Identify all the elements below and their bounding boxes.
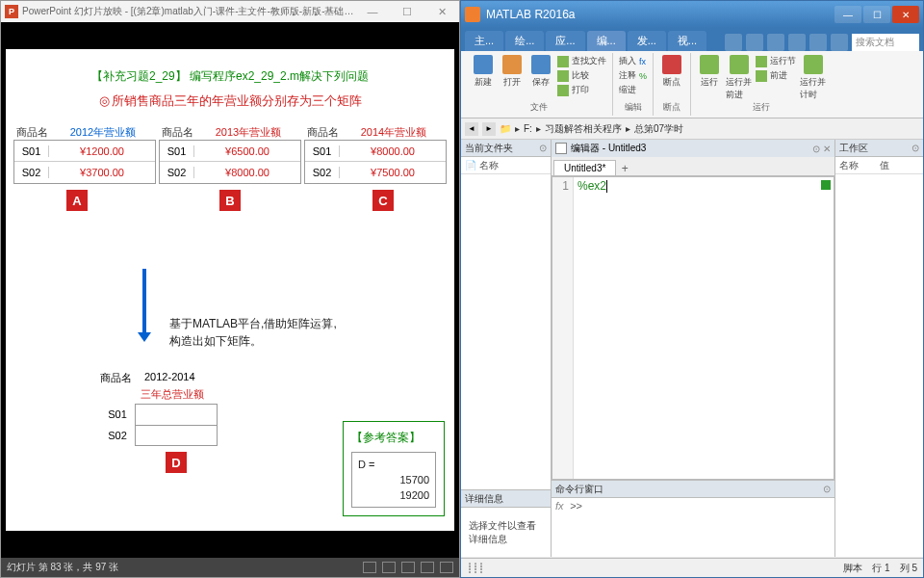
save-icon (531, 55, 551, 74)
tab-editor[interactable]: 编... (587, 31, 626, 51)
slide-counter: 幻灯片 第 83 张，共 97 张 (7, 561, 118, 574)
run-button[interactable]: 运行 (697, 55, 722, 89)
view-normal-icon[interactable] (382, 562, 396, 573)
quick-save-icon[interactable] (725, 34, 742, 51)
indent-button[interactable]: 缩进 (619, 84, 647, 96)
matrix-c: C (372, 190, 394, 211)
tab-publish[interactable]: 发... (628, 31, 666, 51)
new-tab-button[interactable]: + (616, 162, 633, 175)
answer-box: 【参考答案】 D = 15700 19200 (343, 421, 445, 516)
breakpoint-button[interactable]: 断点 (659, 55, 684, 89)
minimize-button[interactable]: — (834, 6, 861, 23)
findfiles-button[interactable]: 查找文件 (557, 55, 606, 67)
command-window-panel: 命令行窗口⊙ fx >> (552, 480, 834, 557)
open-icon (502, 55, 522, 74)
quick-help-icon[interactable] (831, 34, 848, 51)
workspace-list[interactable] (835, 174, 923, 557)
runtime-icon (804, 55, 823, 74)
slide-subheader: 所销售商品三年的年营业额分别存为三个矩阵 (13, 92, 447, 110)
compare-button[interactable]: 比较 (557, 69, 606, 82)
matlab-window: MATLAB R2016a — ☐ ✕ 主... 绘... 应... 编... … (460, 0, 924, 578)
tables-row: 商品名2012年营业额 S01¥1200.00 S02¥3700.00 商品名2… (13, 125, 447, 184)
ribbon-toolbar: 新建 打开 保存 查找文件 比较 打印 文件 插入 fx 注释 % 缩进 编辑 (461, 51, 923, 118)
run-icon (700, 55, 719, 74)
table-2013: 商品名2013年营业额 S01¥6500.00 S02¥8000.00 (159, 125, 301, 184)
workspace-panel: 工作区⊙ 名称值 (834, 140, 923, 557)
tab-apps[interactable]: 应... (546, 31, 584, 51)
run-advance-button[interactable]: 运行并 前进 (726, 55, 752, 101)
folder-list[interactable] (461, 174, 551, 489)
slide-content: 【补充习题2_29】 编写程序ex2_29_2.m解决下列问题 所销售商品三年的… (6, 49, 454, 531)
slide-area[interactable]: 【补充习题2_29】 编写程序ex2_29_2.m解决下列问题 所销售商品三年的… (1, 22, 459, 558)
slide-instruction: 基于MATLAB平台,借助矩阵运算, 构造出如下矩阵。 (169, 315, 337, 350)
notes-icon[interactable] (363, 562, 376, 573)
tab-plots[interactable]: 绘... (505, 31, 544, 51)
new-button[interactable]: 新建 (471, 55, 496, 89)
compare-icon (557, 70, 569, 82)
panel-menu-icon[interactable]: ⊙ (911, 143, 919, 153)
slide-header: 【补充习题2_29】 编写程序ex2_29_2.m解决下列问题 (13, 68, 447, 85)
ppt-statusbar: 幻灯片 第 83 张，共 97 张 (1, 558, 459, 577)
code-editor[interactable]: 1 %ex2 (552, 176, 834, 480)
run-section-button[interactable]: 运行节 (756, 55, 796, 67)
matrix-d: D (166, 452, 187, 473)
tab-view[interactable]: 视... (668, 31, 706, 51)
view-slideshow-icon[interactable] (440, 562, 453, 573)
comment-button[interactable]: 注释 % (619, 69, 647, 82)
path-back-icon[interactable]: ◄ (465, 122, 478, 136)
new-icon (474, 55, 493, 74)
current-folder-panel: 当前文件夹⊙ 📄 名称 详细信息 选择文件以查看详细信息 (461, 140, 552, 557)
code-ok-indicator (821, 180, 831, 190)
ppt-title: PowerPoint 幻灯片放映 - [(第2章)matlab入门-课件-主文件… (22, 5, 359, 18)
powerpoint-icon: P (5, 5, 18, 18)
folder-icon: 📁 (500, 123, 511, 134)
path-fwd-icon[interactable]: ► (482, 122, 496, 136)
panel-menu-icon[interactable]: ⊙ ✕ (812, 144, 831, 154)
table-2012: 商品名2012年营业额 S01¥1200.00 S02¥3700.00 (13, 125, 156, 184)
document-icon (555, 143, 567, 154)
result-table: 商品名2012-2014 三年总营业额 S01 S02 D (100, 371, 218, 473)
tab-home[interactable]: 主... (465, 31, 503, 51)
print-icon (557, 85, 569, 96)
print-button[interactable]: 打印 (557, 84, 606, 96)
insert-button[interactable]: 插入 fx (619, 55, 647, 67)
matlab-title: MATLAB R2016a (486, 8, 834, 21)
panel-menu-icon[interactable]: ⊙ (539, 143, 547, 153)
view-sorter-icon[interactable] (401, 562, 415, 573)
doc-search-input[interactable]: 搜索文档 (852, 34, 919, 51)
panel-menu-icon[interactable]: ⊙ (823, 484, 831, 494)
runsec-icon (756, 56, 767, 67)
ribbon-tabs: 主... 绘... 应... 编... 发... 视... 搜索文档 (461, 28, 923, 51)
run-time-button[interactable]: 运行并 计时 (800, 55, 826, 101)
close-button[interactable]: ✕ (428, 6, 455, 18)
open-button[interactable]: 打开 (500, 55, 525, 89)
table-2014: 商品名2014年营业额 S01¥8000.00 S02¥7500.00 (304, 125, 447, 184)
view-reading-icon[interactable] (421, 562, 434, 573)
advance-icon (756, 70, 767, 82)
quick-undo-icon[interactable] (809, 34, 827, 51)
powerpoint-window: P PowerPoint 幻灯片放映 - [(第2章)matlab入门-课件-主… (0, 0, 460, 578)
text-cursor (606, 180, 607, 193)
arrow-down-icon (142, 269, 146, 334)
matlab-icon (465, 7, 480, 22)
advance-button[interactable]: 前进 (756, 69, 796, 82)
find-icon (557, 56, 569, 67)
command-window[interactable]: fx >> (552, 498, 834, 557)
quick-cut-icon[interactable] (746, 34, 763, 51)
matrix-labels: A B C (13, 190, 447, 211)
matrix-a: A (66, 190, 88, 211)
breakpoint-icon (662, 55, 681, 74)
quick-paste-icon[interactable] (788, 34, 806, 51)
matlab-statusbar: ┊┊┊ 脚本 行 1 列 5 (461, 558, 923, 577)
editor-panel-head: 编辑器 - Untitled3 ⊙ ✕ (552, 140, 834, 157)
matlab-titlebar: MATLAB R2016a — ☐ ✕ (461, 1, 923, 28)
quick-copy-icon[interactable] (767, 34, 784, 51)
maximize-button[interactable]: ☐ (394, 6, 421, 18)
editor-file-tab[interactable]: Untitled3* (553, 160, 616, 175)
minimize-button[interactable]: — (359, 6, 386, 18)
save-button[interactable]: 保存 (528, 55, 553, 89)
maximize-button[interactable]: ☐ (863, 6, 890, 23)
path-bar[interactable]: ◄ ► 📁 ▸ F: ▸ 习题解答相关程序 ▸ 总第07学时 (461, 118, 923, 140)
matrix-b: B (219, 190, 241, 211)
close-button[interactable]: ✕ (892, 6, 919, 23)
